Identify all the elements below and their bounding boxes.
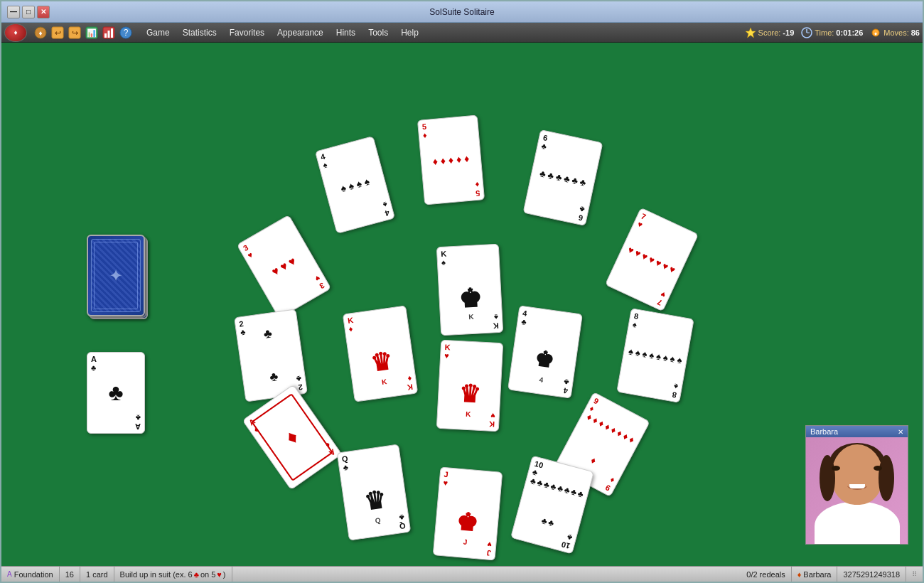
- status-game-id: 3275291249318: [837, 567, 906, 582]
- player-name: Barbara: [810, 427, 838, 436]
- svg-rect-9: [104, 33, 107, 38]
- status-one-card: 1 card: [80, 567, 114, 582]
- minimize-button[interactable]: —: [7, 6, 20, 18]
- player-panel: Barbara ✕: [805, 425, 908, 545]
- app-logo: ♦: [4, 23, 27, 42]
- menu-tools[interactable]: Tools: [362, 26, 394, 40]
- card-queen-clubs[interactable]: Q♣ Q♣ ♛ Q: [337, 444, 412, 540]
- player-avatar: [806, 437, 908, 544]
- new-game-icon[interactable]: ♦: [33, 25, 48, 41]
- svg-text:?: ?: [124, 28, 129, 38]
- svg-text:📊: 📊: [87, 28, 97, 38]
- maximize-button[interactable]: □: [22, 6, 35, 18]
- status-build-rule: Build up in suit (ex. 6 ♣ on 5 ♥ ): [114, 567, 232, 582]
- bar-chart-icon[interactable]: [101, 25, 117, 41]
- moves-icon: ♦: [870, 27, 881, 38]
- stats-icon[interactable]: 📊: [84, 25, 100, 41]
- score-label: Score:: [758, 28, 781, 37]
- card-4-clubs-face[interactable]: 4♣ 4♣ ♚ 4: [507, 305, 583, 398]
- card-jack-hearts[interactable]: J♥ J♥ ♚ J: [433, 466, 503, 560]
- score-display: Score: -19: [745, 27, 795, 38]
- card-7-hearts[interactable]: 7♥ 7♥ ♥♥ ♥♥ ♥♥ ♥: [605, 208, 699, 312]
- svg-text:♦: ♦: [38, 29, 42, 37]
- card-3-hearts[interactable]: 3♥ 3♥ ♥ ♥ ♥: [237, 215, 332, 319]
- card-8-spades[interactable]: 8♠ 8♠ ♠♠ ♠♠ ♠♠ ♠♠: [616, 308, 694, 403]
- status-bar: A Foundation 16 1 card Build up in suit …: [1, 566, 923, 582]
- menu-favorites[interactable]: Favorites: [224, 26, 270, 40]
- menu-statistics[interactable]: Statistics: [177, 26, 222, 40]
- moves-display: ♦ Moves: 86: [870, 27, 920, 38]
- suit-dot-1: ♣: [194, 570, 199, 579]
- back-icon[interactable]: ↩: [50, 25, 65, 41]
- status-redeals: 0/2 redeals: [741, 567, 791, 582]
- svg-rect-11: [111, 28, 113, 38]
- help-icon[interactable]: ?: [118, 25, 134, 41]
- svg-marker-14: [746, 28, 756, 38]
- card-4-spades[interactable]: 4♠ 4♠ ♠ ♠ ♠ ♠: [315, 136, 395, 234]
- close-button[interactable]: ✕: [37, 6, 50, 18]
- game-area[interactable]: ✦ A♣ A♣ ♣ 5♦ 5♦ ♦ ♦ ♦ ♦ ♦: [1, 43, 923, 566]
- moves-value: 86: [911, 28, 920, 37]
- ace-clubs-card[interactable]: A♣ A♣ ♣: [87, 352, 145, 434]
- player-panel-close-button[interactable]: ✕: [898, 428, 903, 436]
- player-icon: ♦: [797, 570, 802, 579]
- svg-text:♦: ♦: [874, 31, 877, 37]
- card-king-hearts[interactable]: K♥ K♥ ♛ K: [436, 340, 503, 432]
- player-panel-title: Barbara ✕: [806, 426, 908, 437]
- menu-help[interactable]: Help: [395, 26, 424, 40]
- score-icon: [745, 27, 756, 38]
- status-player: ♦ Barbara: [792, 567, 838, 582]
- card-5-diamonds[interactable]: 5♦ 5♦ ♦ ♦ ♦ ♦ ♦: [417, 115, 485, 205]
- time-value: 0:01:26: [836, 28, 863, 37]
- menu-bar: Game Statistics Favorites Appearance Hin…: [141, 26, 424, 40]
- window-title: SolSuite Solitaire: [50, 7, 874, 17]
- status-count: 16: [60, 567, 80, 582]
- card-10-clubs[interactable]: 10♣ 10♣ ♣♣ ♣♣ ♣♣ ♣♣ ♣♣: [510, 455, 594, 554]
- svg-rect-10: [108, 31, 110, 38]
- score-value: -19: [783, 28, 794, 37]
- card-6-clubs[interactable]: 6♣ 6♣ ♣♣♣ ♣♣♣: [523, 129, 603, 226]
- menu-appearance[interactable]: Appearance: [272, 26, 329, 40]
- svg-text:↪: ↪: [72, 28, 78, 37]
- moves-label: Moves:: [883, 28, 908, 37]
- menu-game[interactable]: Game: [141, 26, 176, 40]
- status-grip: ⠿: [906, 567, 923, 582]
- card-king-diamonds[interactable]: K♦ K♦ ♛ K: [343, 305, 419, 402]
- toolbar: ♦ ♦ ↩ ↪ 📊 ? Game Statist: [1, 23, 923, 43]
- svg-text:↩: ↩: [55, 28, 61, 37]
- time-label: Time:: [815, 28, 834, 37]
- redo-icon[interactable]: ↪: [67, 25, 82, 41]
- main-window: — □ ✕ SolSuite Solitaire ♦ ♦ ↩ ↪ 📊: [0, 0, 924, 583]
- menu-hints[interactable]: Hints: [331, 26, 361, 40]
- title-bar: — □ ✕ SolSuite Solitaire: [1, 1, 923, 23]
- status-foundation: A Foundation: [1, 567, 60, 582]
- card-king-spades[interactable]: K♠ K♠ ♚ K: [436, 244, 503, 336]
- suit-dot-2: ♥: [217, 570, 222, 579]
- time-icon: [801, 27, 812, 38]
- card-2-clubs[interactable]: 2♣ 2♣ ♣ ♣: [234, 309, 308, 402]
- time-display: Time: 0:01:26: [801, 27, 863, 38]
